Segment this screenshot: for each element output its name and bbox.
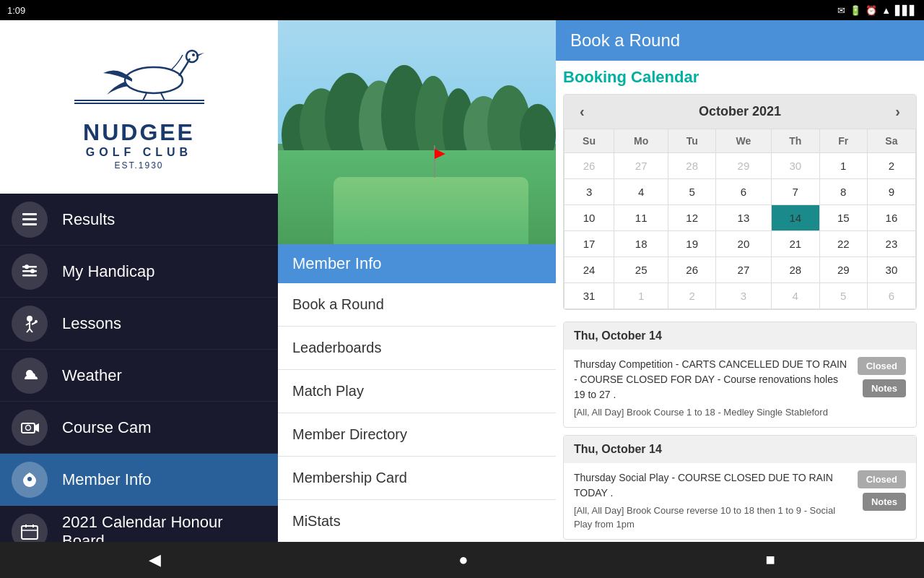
calendar-cell-w4c0[interactable]: 24: [565, 257, 614, 283]
calendar-cell-w1c3[interactable]: 6: [716, 179, 771, 205]
calendar-cell-w0c4[interactable]: 30: [771, 153, 819, 179]
calendar-icon: [12, 514, 48, 543]
calendar-cell-w4c6[interactable]: 30: [867, 257, 915, 283]
sidebar-item-results[interactable]: Results: [0, 194, 278, 246]
svg-point-2: [125, 67, 183, 93]
menu-item-leaderboards[interactable]: Leaderboards: [278, 327, 556, 370]
calendar-cell-w5c1[interactable]: 1: [614, 283, 668, 309]
status-bar-right: ✉ 🔋 ⏰ ▲ ▋▋▋: [837, 5, 917, 16]
calendar-cell-w2c5[interactable]: 15: [819, 205, 867, 231]
calendar-cell-w3c1[interactable]: 18: [614, 231, 668, 257]
event-2-closed-badge: Closed: [858, 470, 906, 488]
weekday-fr: Fr: [819, 129, 867, 153]
event-1-closed-badge: Closed: [858, 357, 906, 375]
results-icon: [12, 202, 48, 238]
calendar-container: ‹ October 2021 › Su Mo Tu We Th Fr Sa: [563, 94, 917, 310]
recent-button[interactable]: ■: [751, 545, 790, 575]
svg-rect-9: [22, 223, 37, 225]
event-card-2: Thu, October 14 Thursday Social Play - C…: [563, 435, 917, 540]
menu-item-membership-card[interactable]: Membership Card: [278, 457, 556, 500]
calendar-cell-w2c1[interactable]: 11: [614, 205, 668, 231]
signal-icon: ▋▋▋: [895, 5, 917, 16]
fairway-layer: [334, 177, 528, 244]
calendar-cell-w1c6[interactable]: 9: [867, 179, 915, 205]
svg-point-20: [35, 320, 38, 323]
svg-line-6: [161, 93, 165, 100]
club-logo-bird: [60, 44, 219, 116]
event-1-subtext: [All, All Day] Brook Course 1 to 18 - Me…: [574, 405, 850, 420]
calendar-cell-w0c2[interactable]: 28: [668, 153, 716, 179]
weekday-tu: Tu: [668, 129, 716, 153]
calendar-cell-w1c4[interactable]: 7: [771, 179, 819, 205]
calendar-cell-w1c5[interactable]: 8: [819, 179, 867, 205]
wifi-icon: ▲: [881, 5, 891, 16]
calendar-cell-w1c0[interactable]: 3: [565, 179, 614, 205]
home-button[interactable]: ●: [444, 545, 482, 575]
sidebar-item-calendar[interactable]: 2021 Calendar Honour Board: [0, 506, 278, 542]
calendar-cell-w4c2[interactable]: 26: [668, 257, 716, 283]
sidebar-item-course-cam-label: Course Cam: [62, 418, 151, 437]
calendar-cell-w5c4[interactable]: 4: [771, 283, 819, 309]
calendar-cell-w3c3[interactable]: 20: [716, 231, 771, 257]
svg-point-15: [27, 316, 32, 322]
menu-item-mistats[interactable]: MiStats: [278, 500, 556, 542]
calendar-cell-w3c6[interactable]: 23: [867, 231, 915, 257]
member-info-header: Member Info: [278, 244, 556, 283]
sidebar-item-calendar-label: 2021 Calendar Honour Board: [62, 513, 266, 543]
event-1-badges: Closed Notes: [858, 357, 906, 397]
calendar-cell-w2c4[interactable]: 14: [771, 205, 819, 231]
calendar-cell-w2c0[interactable]: 10: [565, 205, 614, 231]
calendar-cell-w4c5[interactable]: 29: [819, 257, 867, 283]
sidebar-item-course-cam[interactable]: Course Cam: [0, 402, 278, 454]
flag-icon: [431, 145, 453, 181]
calendar-cell-w1c2[interactable]: 5: [668, 179, 716, 205]
sidebar-item-lessons[interactable]: Lessons: [0, 298, 278, 350]
calendar-cell-w0c3[interactable]: 29: [716, 153, 771, 179]
calendar-cell-w2c6[interactable]: 16: [867, 205, 915, 231]
svg-rect-26: [22, 526, 38, 539]
lessons-icon: [12, 306, 48, 342]
calendar-cell-w2c3[interactable]: 13: [716, 205, 771, 231]
calendar-cell-w4c4[interactable]: 28: [771, 257, 819, 283]
calendar-cell-w5c3[interactable]: 3: [716, 283, 771, 309]
sidebar-item-results-label: Results: [62, 210, 115, 229]
nav-list: Results My Handicap Lessons: [0, 194, 278, 542]
calendar-cell-w5c0[interactable]: 31: [565, 283, 614, 309]
calendar-cell-w5c2[interactable]: 2: [668, 283, 716, 309]
weather-icon: [12, 358, 48, 394]
menu-item-match-play[interactable]: Match Play: [278, 370, 556, 413]
menu-item-book-round[interactable]: Book a Round: [278, 283, 556, 327]
calendar-cell-w2c2[interactable]: 12: [668, 205, 716, 231]
calendar-cell-w5c6[interactable]: 6: [867, 283, 915, 309]
prev-month-button[interactable]: ‹: [574, 102, 590, 121]
calendar-cell-w0c1[interactable]: 27: [614, 153, 668, 179]
svg-rect-8: [22, 218, 37, 220]
event-1-notes-button[interactable]: Notes: [863, 379, 906, 397]
event-2-notes-button[interactable]: Notes: [863, 493, 906, 511]
calendar-cell-w3c0[interactable]: 17: [565, 231, 614, 257]
back-button[interactable]: ◀: [134, 545, 175, 575]
calendar-cell-w3c2[interactable]: 19: [668, 231, 716, 257]
calendar-cell-w5c5[interactable]: 5: [819, 283, 867, 309]
sidebar-item-weather[interactable]: Weather: [0, 350, 278, 402]
club-name: NUDGEE: [83, 119, 195, 146]
svg-point-4: [192, 53, 195, 56]
sidebar-item-member-info[interactable]: Member Info: [0, 454, 278, 506]
calendar-cell-w0c6[interactable]: 2: [867, 153, 915, 179]
calendar-cell-w3c4[interactable]: 21: [771, 231, 819, 257]
calendar-cell-w0c5[interactable]: 1: [819, 153, 867, 179]
calendar-cell-w3c5[interactable]: 22: [819, 231, 867, 257]
calendar-cell-w0c0[interactable]: 26: [565, 153, 614, 179]
calendar-nav: ‹ October 2021 ›: [564, 95, 916, 129]
svg-line-19: [30, 329, 32, 332]
message-icon: ✉: [837, 5, 845, 16]
sidebar-item-weather-label: Weather: [62, 366, 122, 385]
menu-item-member-directory[interactable]: Member Directory: [278, 413, 556, 457]
calendar-cell-w4c3[interactable]: 27: [716, 257, 771, 283]
calendar-cell-w1c1[interactable]: 4: [614, 179, 668, 205]
calendar-cell-w4c1[interactable]: 25: [614, 257, 668, 283]
next-month-button[interactable]: ›: [889, 102, 906, 121]
sidebar-item-my-handicap[interactable]: My Handicap: [0, 246, 278, 298]
club-est: EST.1930: [114, 160, 163, 171]
event-2-text: Thursday Social Play - COURSE CLOSED DUE…: [574, 470, 850, 532]
